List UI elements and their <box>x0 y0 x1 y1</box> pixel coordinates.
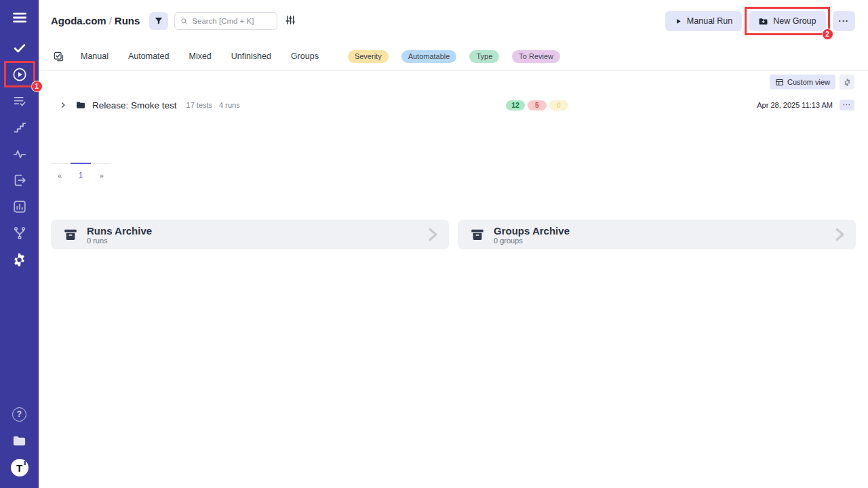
archive-icon <box>63 227 78 242</box>
gear-icon <box>843 78 852 87</box>
sidebar-item-milestones[interactable] <box>12 119 28 136</box>
new-group-button[interactable]: New Group <box>749 11 825 31</box>
annotation-badge-step1: 1 <box>31 81 43 92</box>
failed-badge: 5 <box>528 100 547 110</box>
list-check-icon <box>12 94 27 108</box>
sidebar: 1 ? T <box>0 0 39 488</box>
filter-settings-button[interactable] <box>285 14 296 26</box>
app-logo-accent <box>24 461 26 465</box>
header-more-button[interactable]: ··· <box>833 11 856 31</box>
breadcrumb-page: Runs <box>115 15 140 26</box>
hamburger-menu-icon[interactable] <box>11 9 28 26</box>
play-circle-icon <box>12 66 28 83</box>
result-badges: 12 5 0 <box>506 100 568 110</box>
sidebar-item-help[interactable]: ? <box>12 406 28 422</box>
check-icon <box>12 41 27 56</box>
sidebar-item-requirements[interactable] <box>12 172 28 188</box>
pagination-page-1[interactable]: 1 <box>79 171 83 180</box>
annotation-badge-step2: 2 <box>822 28 833 40</box>
table-icon <box>775 78 784 87</box>
sidebar-item-projects[interactable] <box>12 432 28 449</box>
tag-automatable[interactable]: Automatable <box>401 50 457 63</box>
filter-button[interactable] <box>149 12 168 30</box>
view-settings-button[interactable] <box>840 75 854 89</box>
branch-icon <box>12 226 27 241</box>
select-all-button[interactable] <box>53 51 64 62</box>
search-box[interactable] <box>174 12 277 30</box>
tab-unfinished[interactable]: Unfinished <box>231 52 271 61</box>
chevron-right-icon <box>423 226 441 243</box>
sidebar-item-settings[interactable] <box>12 251 28 268</box>
play-icon <box>675 18 682 25</box>
help-icon: ? <box>12 407 26 422</box>
sidebar-item-traceability[interactable] <box>12 225 28 241</box>
breadcrumb-separator: / <box>106 15 115 26</box>
run-group-row[interactable]: Release: Smoke test 17 tests 4 runs 12 5… <box>39 95 868 115</box>
select-all-icon <box>53 51 64 62</box>
folder-plus-icon <box>758 16 768 26</box>
manual-run-button[interactable]: Manual Run <box>665 11 742 31</box>
run-group-runs-count: 4 runs <box>219 101 240 109</box>
pagination-prev-button[interactable]: « <box>58 171 62 180</box>
passed-badge: 12 <box>506 100 525 110</box>
app-logo[interactable]: T <box>11 459 28 476</box>
sign-in-icon <box>12 173 27 188</box>
archive-icon <box>470 227 485 242</box>
runs-archive-card[interactable]: Runs Archive 0 runs <box>51 220 449 249</box>
pagination-next-button[interactable]: » <box>100 171 104 180</box>
expand-chevron-icon[interactable] <box>59 101 67 109</box>
pagination-active-indicator <box>71 163 91 164</box>
folder-icon <box>12 433 27 449</box>
folder-icon <box>75 100 86 110</box>
sidebar-item-runs[interactable]: 1 <box>12 66 28 83</box>
run-group-tests-count: 17 tests <box>186 101 213 109</box>
funnel-icon <box>154 16 163 26</box>
pagination: « 1 » <box>51 163 111 180</box>
run-group-date: Apr 28, 2025 11:13 AM <box>757 101 833 109</box>
chevron-right-icon <box>830 226 848 243</box>
sidebar-item-tests[interactable] <box>12 40 28 56</box>
breadcrumb-project[interactable]: Agoda.com <box>51 15 106 26</box>
bar-chart-icon <box>12 199 27 214</box>
pulse-icon <box>12 146 27 161</box>
custom-view-label: Custom view <box>787 78 830 86</box>
tab-automated[interactable]: Automated <box>128 52 169 61</box>
steps-icon <box>12 120 27 135</box>
tab-groups[interactable]: Groups <box>291 52 319 61</box>
run-group-name[interactable]: Release: Smoke test <box>92 100 177 110</box>
custom-view-button[interactable]: Custom view <box>770 75 835 89</box>
new-group-label: New Group <box>773 16 816 26</box>
filters-row: Manual Automated Mixed Unfinished Groups… <box>53 47 868 65</box>
tab-manual[interactable]: Manual <box>81 52 108 61</box>
breadcrumb: Agoda.com/Runs <box>51 15 140 26</box>
manual-run-label: Manual Run <box>687 16 732 26</box>
main-content: Agoda.com/Runs Manual Run New Group 2 ··… <box>39 0 868 488</box>
view-toolbar: Custom view <box>770 75 854 89</box>
runs-archive-title: Runs Archive <box>87 225 152 237</box>
runs-archive-count: 0 runs <box>87 237 152 245</box>
sidebar-item-reports[interactable] <box>12 199 28 215</box>
section-divider <box>39 70 868 71</box>
gear-icon <box>12 252 27 268</box>
archives-section: Runs Archive 0 runs Groups Archive 0 gro… <box>51 220 856 249</box>
sidebar-item-defects[interactable] <box>12 146 28 162</box>
groups-archive-title: Groups Archive <box>494 225 570 237</box>
app-logo-letter: T <box>16 462 22 474</box>
sidebar-item-test-plans[interactable] <box>12 93 28 109</box>
tag-type[interactable]: Type <box>469 50 499 63</box>
groups-archive-card[interactable]: Groups Archive 0 groups <box>458 220 856 249</box>
search-input[interactable] <box>192 17 271 25</box>
tab-mixed[interactable]: Mixed <box>189 52 211 61</box>
row-more-button[interactable]: ··· <box>840 100 854 110</box>
tag-to-review[interactable]: To Review <box>512 50 560 63</box>
search-icon <box>180 17 188 26</box>
tag-severity[interactable]: Severity <box>348 50 389 63</box>
groups-archive-count: 0 groups <box>494 237 570 245</box>
skipped-badge: 0 <box>549 100 568 110</box>
sliders-icon <box>285 14 296 26</box>
